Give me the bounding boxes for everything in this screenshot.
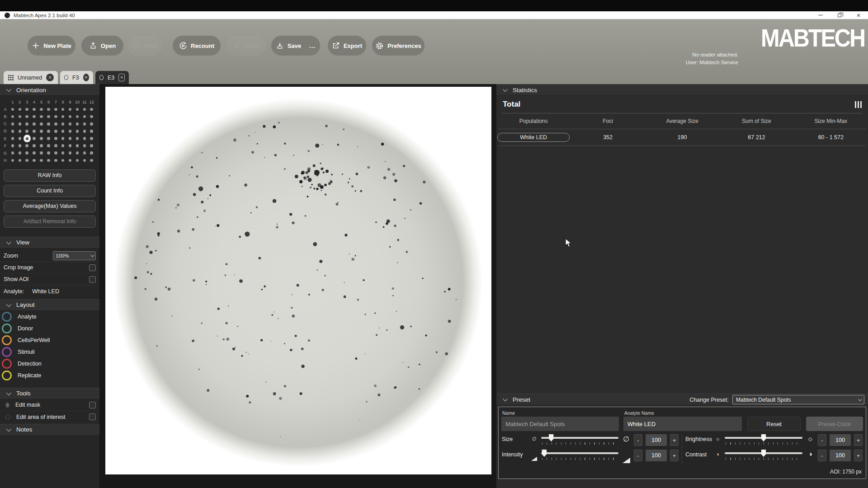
restore-button[interactable] xyxy=(830,11,849,19)
well-H6[interactable] xyxy=(47,159,50,162)
well-F6[interactable] xyxy=(47,144,50,147)
well-B1[interactable] xyxy=(11,115,14,118)
view-section-header[interactable]: View xyxy=(0,237,99,249)
tab-close-icon[interactable]: × xyxy=(83,74,89,81)
well-G7[interactable] xyxy=(54,151,57,155)
well-A4[interactable] xyxy=(33,108,36,111)
brightness-decrease-button[interactable]: - xyxy=(818,434,826,446)
well-C11[interactable] xyxy=(83,122,86,126)
well-B5[interactable] xyxy=(40,115,43,118)
well-G11[interactable] xyxy=(83,151,86,155)
population-pill[interactable]: White LED xyxy=(497,133,570,142)
well-A2[interactable] xyxy=(19,108,22,111)
contrast-increase-button[interactable]: + xyxy=(854,450,863,461)
well-A8[interactable] xyxy=(61,108,65,111)
layout-item-donor[interactable]: Donor xyxy=(0,323,99,334)
well-F1[interactable] xyxy=(11,144,14,147)
well-H4[interactable] xyxy=(33,159,36,162)
raw-info-button[interactable]: RAW Info xyxy=(4,169,96,182)
layout-section-header[interactable]: Layout xyxy=(0,299,99,311)
analyte-name-input[interactable] xyxy=(623,417,742,431)
preset-section-header[interactable]: Preset Change Preset: Mabtech Default Sp… xyxy=(496,394,868,405)
well-C10[interactable] xyxy=(76,122,79,126)
slider-handle[interactable] xyxy=(761,450,766,457)
read-button[interactable]: Read xyxy=(127,36,162,56)
well-D2[interactable] xyxy=(19,130,22,133)
well-D8[interactable] xyxy=(61,130,65,133)
orientation-section-header[interactable]: Orientation xyxy=(0,84,99,96)
tab-f3[interactable]: F3 × xyxy=(60,71,93,84)
well-F9[interactable] xyxy=(69,144,72,147)
well-A10[interactable] xyxy=(76,108,79,111)
well-C7[interactable] xyxy=(54,122,57,126)
well-H9[interactable] xyxy=(69,159,72,162)
well-G1[interactable] xyxy=(11,151,14,155)
well-E10[interactable] xyxy=(76,137,79,140)
well-F5[interactable] xyxy=(40,144,43,147)
crop-image-checkbox[interactable] xyxy=(89,264,96,271)
well-B2[interactable] xyxy=(19,115,22,118)
preset-name-input[interactable] xyxy=(501,417,619,431)
edit-mask-checkbox[interactable] xyxy=(89,402,96,408)
well-C8[interactable] xyxy=(61,122,65,126)
layout-item-detection[interactable]: Detection xyxy=(0,358,99,370)
well-D11[interactable] xyxy=(83,130,86,133)
save-more-menu[interactable]: ... xyxy=(309,42,316,49)
well-E5[interactable] xyxy=(40,137,43,140)
well-D12[interactable] xyxy=(90,130,93,133)
average-max-values-button[interactable]: Average(Max) Values xyxy=(4,200,96,212)
well-A12[interactable] xyxy=(90,108,93,111)
well-B3[interactable] xyxy=(25,115,28,118)
save-button[interactable]: Save ... xyxy=(271,36,320,56)
size-slider[interactable] xyxy=(541,434,618,445)
well-F12[interactable] xyxy=(90,144,93,147)
well-D10[interactable] xyxy=(76,130,79,133)
tools-section-header[interactable]: Tools xyxy=(0,388,99,399)
well-G3[interactable] xyxy=(25,151,28,155)
size-decrease-button[interactable]: - xyxy=(634,434,642,446)
well-F4[interactable] xyxy=(33,144,36,147)
well-A9[interactable] xyxy=(69,108,72,111)
size-value[interactable]: 100 xyxy=(646,434,667,446)
slider-handle[interactable] xyxy=(549,434,554,441)
well-B6[interactable] xyxy=(47,115,50,118)
well-D4[interactable] xyxy=(33,130,36,133)
well-H3[interactable] xyxy=(25,159,28,162)
well-C6[interactable] xyxy=(47,122,50,126)
contrast-decrease-button[interactable]: - xyxy=(818,450,826,461)
well-D5[interactable] xyxy=(40,130,43,133)
well-E7[interactable] xyxy=(54,137,57,140)
reset-button[interactable]: Reset xyxy=(747,417,801,431)
open-button[interactable]: Open xyxy=(81,36,123,56)
well-C9[interactable] xyxy=(69,122,72,126)
new-plate-button[interactable]: New Plate xyxy=(28,36,75,56)
well-H1[interactable] xyxy=(11,159,14,162)
tab-unnamed[interactable]: Unnamed × xyxy=(4,71,58,84)
layout-item-analyte[interactable]: Analyte xyxy=(0,311,99,323)
well-D9[interactable] xyxy=(69,130,72,133)
brightness-slider[interactable] xyxy=(725,434,802,445)
count-info-button[interactable]: Count Info xyxy=(4,185,96,197)
size-increase-button[interactable]: + xyxy=(670,434,679,446)
preset-color-button[interactable]: Preset-Color xyxy=(806,417,863,431)
well-C12[interactable] xyxy=(90,122,93,126)
intensity-slider[interactable] xyxy=(541,450,618,460)
well-E4[interactable] xyxy=(33,137,36,140)
well-E9[interactable] xyxy=(69,137,72,140)
well-H5[interactable] xyxy=(40,159,43,162)
well-B12[interactable] xyxy=(90,115,93,118)
recount-button[interactable]: Recount xyxy=(173,36,221,56)
contrast-value[interactable]: 100 xyxy=(830,450,851,461)
edit-aoi-row[interactable]: Edit area of interest xyxy=(0,411,99,423)
slider-handle[interactable] xyxy=(542,450,547,457)
well-E11[interactable] xyxy=(83,137,86,140)
notes-section-header[interactable]: Notes xyxy=(0,424,99,436)
well-H10[interactable] xyxy=(76,159,79,162)
intensity-value[interactable]: 100 xyxy=(646,450,667,461)
well-A6[interactable] xyxy=(47,108,50,111)
well-H2[interactable] xyxy=(19,159,22,162)
artifact-removal-info-button[interactable]: Artifact Removal Info xyxy=(4,216,96,228)
well-E1[interactable] xyxy=(11,137,14,140)
well-F10[interactable] xyxy=(76,144,79,147)
intensity-decrease-button[interactable]: - xyxy=(634,450,642,461)
